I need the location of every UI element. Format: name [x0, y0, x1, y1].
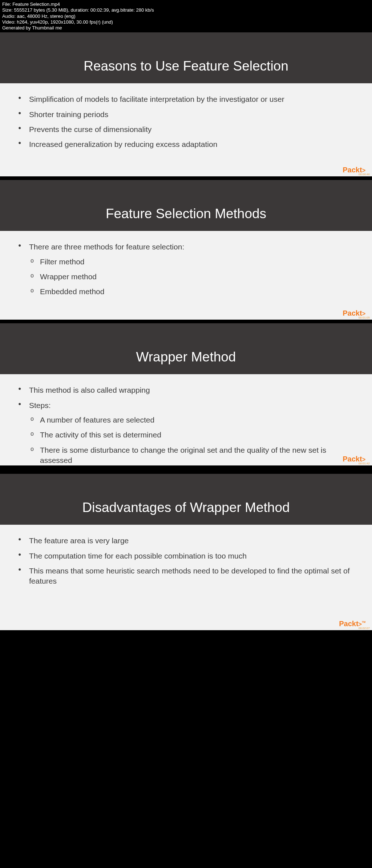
brand-logo: Packt> [343, 309, 365, 317]
brand-logo: Packt> [343, 166, 365, 173]
slide-2: Feature Selection Methods There are thre… [0, 176, 372, 320]
sub-bullet: Filter method [29, 257, 354, 267]
slide-3: Wrapper Method This method is also calle… [0, 320, 372, 465]
brand-logo: Packt> [343, 455, 365, 463]
thumbnail-timestamp: 00:00:40 [359, 173, 370, 176]
bullet: The feature area is very large [18, 536, 354, 546]
bullet: Simplification of models to facilitate i… [18, 94, 354, 104]
thumbnail-timestamp: 00:01:42 [359, 462, 370, 465]
thumbnail-timestamp: 00:01:05 [359, 316, 370, 319]
bullet: Prevents the curse of dimensionality [18, 124, 354, 135]
video-metadata: File: Feature Selection.mp4 Size: 555521… [0, 0, 372, 32]
meta-video: Video: h264, yuv420p, 1920x1080, 30.00 f… [2, 19, 370, 25]
sub-bullet: Wrapper method [29, 272, 354, 282]
brand-logo: Packt>TM [339, 620, 365, 627]
slide-title: Wrapper Method [0, 323, 372, 374]
thumbnail-timestamp: 00:02:07 [359, 627, 370, 630]
slide-body: The feature area is very large The compu… [0, 525, 372, 630]
meta-file: File: Feature Selection.mp4 [2, 1, 370, 7]
sub-bullet: A number of features are selected [29, 415, 354, 425]
bullet: Shorter training periods [18, 109, 354, 120]
bullet-text: There are three methods for feature sele… [29, 243, 184, 251]
bullet: This means that some heuristic search me… [18, 566, 354, 587]
sub-bullet: Embedded method [29, 287, 354, 297]
meta-size: Size: 5555217 bytes (5.30 MiB), duration… [2, 7, 370, 13]
slide-1: Reasons to Use Feature Selection Simplif… [0, 32, 372, 176]
bullet-text: Steps: [29, 401, 51, 409]
meta-audio: Audio: aac, 48000 Hz, stereo (eng) [2, 13, 370, 19]
slide-body: This method is also called wrapping Step… [0, 374, 372, 465]
slide-title: Disadvantages of Wrapper Method [0, 474, 372, 525]
slide-body: Simplification of models to facilitate i… [0, 83, 372, 176]
slide-body: There are three methods for feature sele… [0, 231, 372, 320]
bullet: The computation time for each possible c… [18, 551, 354, 561]
bullet: Increased generalization by reducing exc… [18, 139, 354, 149]
sub-bullet: There is some disturbance to change the … [29, 445, 354, 466]
bullet: Steps: A number of features are selected… [18, 400, 354, 466]
meta-generated: Generated by Thumbnail me [2, 25, 370, 31]
bullet: This method is also called wrapping [18, 385, 354, 395]
bullet: There are three methods for feature sele… [18, 242, 354, 297]
slide-title: Reasons to Use Feature Selection [0, 32, 372, 83]
slide-title: Feature Selection Methods [0, 180, 372, 231]
slide-4: Disadvantages of Wrapper Method The feat… [0, 470, 372, 630]
sub-bullet: The activity of this set is determined [29, 430, 354, 440]
